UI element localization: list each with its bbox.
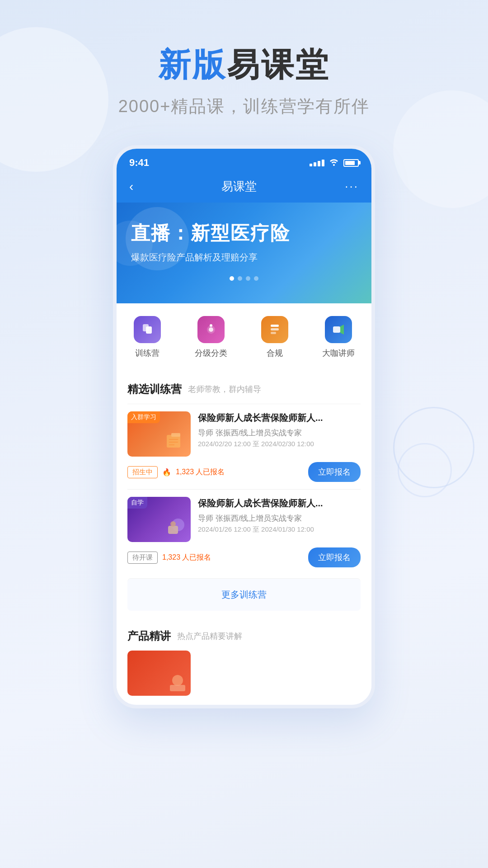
svg-rect-10 [167, 435, 180, 448]
course-thumb-2: 自学 [127, 497, 191, 542]
course-card-1[interactable]: 入群学习 保险师新人成长营保险师新人... 导师 张振西/线上增员实战专家 20… [127, 404, 361, 489]
nav-title: 易课堂 [221, 179, 257, 194]
product-teaser [127, 651, 361, 705]
section-title-featured: 精选训练营 [127, 382, 182, 396]
course-time-2: 2024/01/26 12:00 至 2024/01/30 12:00 [198, 525, 361, 534]
banner-dot-2[interactable] [238, 276, 242, 281]
course-teacher-2: 导师 张振西/线上增员实战专家 [198, 513, 361, 524]
svg-point-18 [172, 675, 183, 686]
quick-menu-item-compliance[interactable]: 合规 [261, 316, 288, 359]
quick-menu-label-speaker: 大咖讲师 [322, 348, 355, 359]
app-title-blue: 新版 [158, 47, 227, 83]
svg-rect-5 [271, 325, 279, 327]
banner-dots [131, 276, 357, 281]
training-icon [134, 316, 161, 343]
banner[interactable]: 直播：新型医疗险 爆款医疗险产品解析及理赔分享 [117, 203, 371, 303]
course-teacher-1: 导师 张振西/线上增员实战专家 [198, 428, 361, 438]
battery-icon [343, 159, 359, 167]
featured-section: 精选训练营 老师带教，群内辅导 入群学习 [117, 373, 371, 611]
compliance-icon [261, 316, 288, 343]
banner-dot-1[interactable] [230, 276, 234, 281]
quick-menu-label-compliance: 合规 [267, 348, 283, 359]
course-card-2[interactable]: 自学 保险师新人成长营保险师新人... 导师 张振西/线上增员实战专家 2024… [127, 489, 361, 575]
app-title: 新版易课堂 [0, 45, 488, 84]
course-footer-1: 招生中 🔥 1,323 人已报名 立即报名 [127, 462, 361, 482]
status-icons [310, 158, 359, 168]
product-section: 产品精讲 热点产品精要讲解 [117, 620, 371, 705]
course-footer-2: 待开课 1,323 人已报名 立即报名 [127, 547, 361, 567]
quick-menu: 训练营 分级分类 [117, 303, 371, 368]
svg-rect-19 [170, 685, 185, 691]
back-button[interactable]: ‹ [129, 179, 133, 194]
course-name-1: 保险师新人成长营保险师新人... [198, 411, 361, 424]
quick-menu-item-category[interactable]: 分级分类 [195, 316, 227, 359]
svg-rect-1 [146, 326, 152, 334]
course-thumb-1: 入群学习 [127, 411, 191, 457]
svg-marker-9 [340, 325, 344, 335]
section-header-product: 产品精讲 热点产品精要讲解 [127, 620, 361, 651]
svg-rect-6 [271, 328, 279, 330]
more-button[interactable]: ··· [345, 179, 359, 193]
svg-rect-16 [168, 526, 178, 534]
app-subtitle: 2000+精品课，训练营学有所伴 [0, 95, 488, 118]
more-training-btn[interactable]: 更多训练营 [127, 578, 361, 611]
course-info-1: 保险师新人成长营保险师新人... 导师 张振西/线上增员实战专家 2024/02… [198, 411, 361, 457]
signal-icon [310, 160, 324, 166]
course-info-2: 保险师新人成长营保险师新人... 导师 张振西/线上增员实战专家 2024/01… [198, 497, 361, 542]
course-badge-1: 入群学习 [127, 411, 160, 423]
section-desc-featured: 老师带教，群内辅导 [188, 384, 261, 395]
status-time: 9:41 [129, 157, 149, 169]
tag-count-1: 1,323 人已报名 [176, 467, 225, 477]
tag-status-1: 招生中 [127, 466, 158, 478]
svg-rect-11 [171, 433, 180, 437]
speaker-icon [325, 316, 352, 343]
app-header: 新版易课堂 2000+精品课，训练营学有所伴 [0, 0, 488, 145]
svg-point-17 [170, 521, 176, 527]
course-time-1: 2024/02/20 12:00 至 2024/02/30 12:00 [198, 440, 361, 448]
phone-mockup-wrapper: 9:41 ‹ 易课堂 [0, 145, 488, 708]
banner-dot-4[interactable] [254, 276, 258, 281]
tag-count-2: 1,323 人已报名 [162, 553, 211, 562]
nav-bar: ‹ 易课堂 ··· [117, 173, 371, 203]
course-name-2: 保险师新人成长营保险师新人... [198, 497, 361, 509]
section-desc-product: 热点产品精要讲解 [177, 631, 242, 642]
register-btn-2[interactable]: 立即报名 [308, 547, 361, 567]
quick-menu-item-speaker[interactable]: 大咖讲师 [322, 316, 355, 359]
section-header-featured: 精选训练营 老师带教，群内辅导 [127, 373, 361, 404]
quick-menu-label-training: 训练营 [135, 348, 160, 359]
fire-icon-1: 🔥 [162, 468, 171, 476]
svg-point-3 [209, 327, 213, 332]
tag-status-2: 待开课 [127, 552, 158, 564]
category-icon [197, 316, 225, 343]
product-thumb [127, 651, 191, 696]
quick-menu-label-category: 分级分类 [195, 348, 227, 359]
phone-mockup: 9:41 ‹ 易课堂 [113, 145, 375, 708]
banner-dot-3[interactable] [246, 276, 250, 281]
banner-subtitle: 爆款医疗险产品解析及理赔分享 [131, 251, 357, 264]
svg-point-4 [210, 324, 212, 327]
svg-rect-8 [333, 326, 340, 333]
section-title-product: 产品精讲 [127, 629, 171, 643]
course-badge-2: 自学 [127, 497, 147, 509]
register-btn-1[interactable]: 立即报名 [308, 462, 361, 482]
svg-rect-7 [271, 332, 276, 334]
status-bar: 9:41 [117, 149, 371, 173]
wifi-icon [329, 158, 339, 168]
banner-title: 直播：新型医疗险 [131, 221, 357, 246]
quick-menu-item-training[interactable]: 训练营 [134, 316, 161, 359]
